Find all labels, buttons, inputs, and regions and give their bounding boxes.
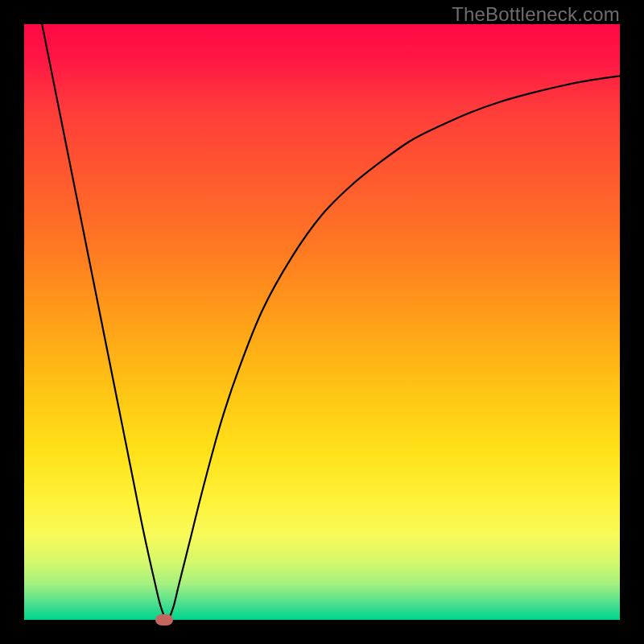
chart-frame: TheBottleneck.com (0, 0, 644, 644)
bottleneck-curve (42, 24, 620, 620)
optimum-marker (155, 614, 173, 625)
curve-svg (24, 24, 620, 620)
plot-area (24, 24, 620, 620)
watermark-text: TheBottleneck.com (452, 3, 620, 26)
